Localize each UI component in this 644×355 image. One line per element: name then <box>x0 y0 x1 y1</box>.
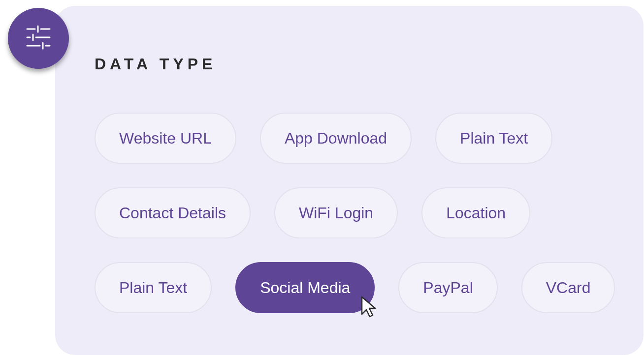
option-label: Social Media <box>260 279 350 297</box>
option-label: Location <box>446 204 506 222</box>
option-label: Contact Details <box>119 204 226 222</box>
option-label: WiFi Login <box>299 204 373 222</box>
option-label: Plain Text <box>119 279 187 297</box>
option-vcard[interactable]: VCard <box>521 262 615 313</box>
settings-badge[interactable] <box>8 8 69 69</box>
option-website-url[interactable]: Website URL <box>95 113 236 164</box>
options-row-3: Plain Text Social Media PayPal VCard <box>95 262 609 313</box>
option-wifi-login[interactable]: WiFi Login <box>274 187 398 238</box>
option-social-media[interactable]: Social Media <box>235 262 375 313</box>
option-label: PayPal <box>423 279 473 297</box>
option-app-download[interactable]: App Download <box>260 113 412 164</box>
option-plain-text-2[interactable]: Plain Text <box>95 262 212 313</box>
options-container: Website URL App Download Plain Text Cont… <box>95 113 609 313</box>
option-label: App Download <box>285 129 387 148</box>
option-label: Plain Text <box>460 129 528 148</box>
option-location[interactable]: Location <box>421 187 530 238</box>
options-row-2: Contact Details WiFi Login Location <box>95 187 609 238</box>
option-paypal[interactable]: PayPal <box>398 262 497 313</box>
data-type-panel: DATA TYPE Website URL App Download Plain… <box>55 6 644 355</box>
cursor-icon <box>360 296 378 320</box>
option-label: Website URL <box>119 129 212 148</box>
option-plain-text[interactable]: Plain Text <box>435 113 552 164</box>
panel-heading: DATA TYPE <box>95 55 609 73</box>
option-label: VCard <box>546 279 591 297</box>
option-contact-details[interactable]: Contact Details <box>95 187 251 238</box>
options-row-1: Website URL App Download Plain Text <box>95 113 609 164</box>
sliders-icon <box>24 23 53 54</box>
